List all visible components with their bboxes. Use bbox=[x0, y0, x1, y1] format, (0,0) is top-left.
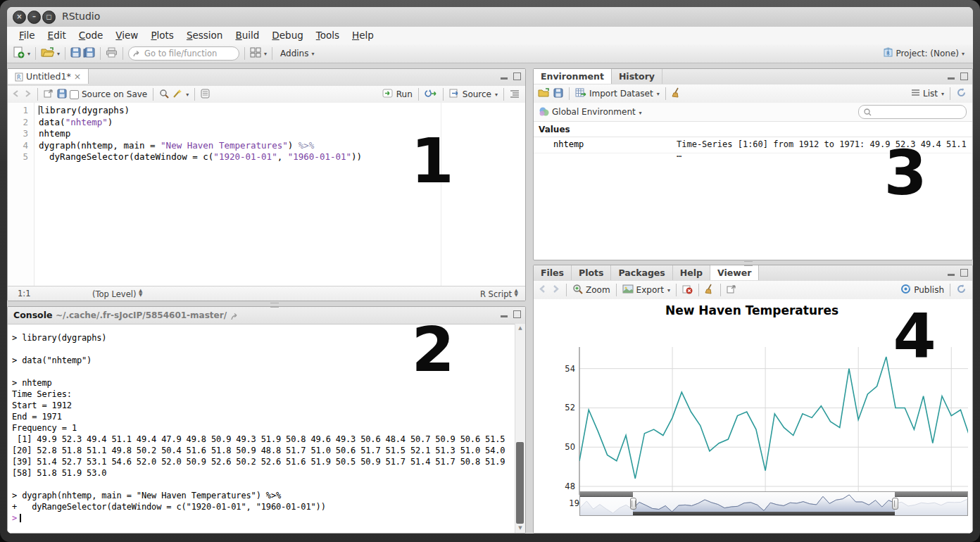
run-icon[interactable] bbox=[382, 89, 394, 100]
tab-files[interactable]: Files bbox=[534, 265, 572, 280]
maximize-pane-icon[interactable] bbox=[960, 269, 968, 277]
range-handle-right[interactable] bbox=[892, 498, 898, 510]
environment-search-input[interactable] bbox=[858, 105, 967, 119]
tab-viewer[interactable]: Viewer bbox=[710, 265, 759, 280]
addins-button[interactable]: Addins bbox=[277, 49, 308, 58]
import-dataset-caret[interactable]: ▾ bbox=[657, 91, 660, 97]
workspace-panes-icon[interactable] bbox=[250, 47, 261, 60]
tab-history[interactable]: History bbox=[612, 69, 662, 84]
save-all-icon[interactable] bbox=[83, 47, 95, 60]
open-in-new-window-icon[interactable] bbox=[727, 284, 737, 296]
forward-icon[interactable] bbox=[23, 89, 32, 100]
back-icon[interactable] bbox=[12, 89, 20, 100]
minimize-pane-icon[interactable] bbox=[948, 274, 955, 276]
source-caret[interactable]: ▾ bbox=[495, 92, 498, 98]
back-icon[interactable] bbox=[538, 284, 548, 296]
maximize-pane-icon[interactable] bbox=[513, 73, 521, 80]
print-icon[interactable] bbox=[106, 47, 118, 60]
open-file-caret[interactable]: ▾ bbox=[57, 51, 60, 57]
menu-file[interactable]: File bbox=[13, 27, 42, 41]
list-view-button[interactable]: List bbox=[923, 89, 938, 99]
zoom-button[interactable]: Zoom bbox=[586, 285, 610, 295]
window-maximize-button[interactable]: ◻ bbox=[42, 11, 56, 24]
source-on-save-checkbox[interactable] bbox=[70, 90, 79, 99]
menu-plots[interactable]: Plots bbox=[144, 27, 180, 41]
menu-edit[interactable]: Edit bbox=[42, 27, 73, 41]
list-view-icon[interactable] bbox=[911, 89, 920, 99]
new-file-caret[interactable]: ▾ bbox=[27, 51, 30, 57]
scope-selector[interactable]: (Top Level) ▲▼ bbox=[92, 289, 142, 299]
maximize-pane-icon[interactable] bbox=[513, 310, 521, 318]
range-handle-left[interactable] bbox=[630, 498, 636, 510]
menu-help[interactable]: Help bbox=[346, 27, 380, 41]
clear-viewer-icon[interactable] bbox=[682, 284, 693, 296]
open-in-new-window-icon[interactable] bbox=[44, 89, 54, 100]
save-icon[interactable] bbox=[70, 47, 81, 60]
window-minimize-button[interactable]: – bbox=[27, 11, 41, 24]
import-dataset-button[interactable]: Import Dataset bbox=[589, 89, 653, 99]
compile-report-icon[interactable] bbox=[201, 89, 210, 101]
code-tools-icon[interactable] bbox=[172, 89, 182, 101]
load-workspace-icon[interactable] bbox=[538, 88, 551, 100]
save-workspace-icon[interactable] bbox=[553, 88, 563, 100]
project-caret[interactable]: ▾ bbox=[962, 51, 965, 57]
menu-debug[interactable]: Debug bbox=[265, 27, 309, 41]
scrollbar-thumb[interactable] bbox=[516, 442, 524, 524]
document-outline-icon[interactable] bbox=[510, 89, 520, 100]
addins-caret[interactable]: ▾ bbox=[311, 51, 314, 57]
range-selector[interactable] bbox=[579, 491, 968, 516]
menu-session[interactable]: Session bbox=[180, 27, 230, 41]
minimize-pane-icon[interactable] bbox=[501, 77, 508, 80]
tab-environment[interactable]: Environment bbox=[534, 69, 612, 84]
import-dataset-icon[interactable] bbox=[575, 88, 586, 99]
goto-file-input[interactable]: Go to file/function bbox=[128, 46, 239, 61]
save-icon[interactable] bbox=[57, 89, 67, 101]
new-file-icon[interactable] bbox=[13, 46, 25, 61]
menu-build[interactable]: Build bbox=[229, 27, 265, 41]
window-close-button[interactable]: × bbox=[13, 11, 26, 24]
menu-tools[interactable]: Tools bbox=[310, 27, 346, 41]
scroll-up-icon[interactable]: ▲ bbox=[515, 324, 525, 333]
tab-plots[interactable]: Plots bbox=[572, 265, 611, 280]
clear-objects-broom-icon[interactable] bbox=[672, 87, 681, 100]
refresh-icon[interactable] bbox=[956, 284, 967, 296]
tab-close-icon[interactable]: × bbox=[74, 71, 81, 82]
menu-view[interactable]: View bbox=[109, 27, 144, 41]
forward-icon[interactable] bbox=[551, 284, 560, 296]
svg-text:R: R bbox=[886, 51, 890, 56]
clear-all-broom-icon[interactable] bbox=[705, 284, 715, 296]
source-icon[interactable] bbox=[449, 89, 460, 100]
tab-label: Untitled1* bbox=[26, 71, 71, 82]
console-scrollbar[interactable]: ▲ ▼ bbox=[515, 324, 525, 533]
panes-caret[interactable]: ▾ bbox=[264, 51, 267, 57]
open-file-icon[interactable] bbox=[41, 47, 54, 60]
tab-packages[interactable]: Packages bbox=[611, 265, 672, 280]
export-caret[interactable]: ▾ bbox=[667, 287, 670, 294]
code-tools-caret[interactable]: ▾ bbox=[186, 92, 189, 98]
console-line bbox=[12, 479, 515, 490]
scroll-down-icon[interactable]: ▼ bbox=[515, 524, 525, 533]
minimize-pane-icon[interactable] bbox=[501, 315, 508, 317]
menu-code[interactable]: Code bbox=[73, 27, 110, 41]
export-icon[interactable] bbox=[622, 284, 634, 296]
minimize-pane-icon[interactable] bbox=[948, 77, 955, 80]
console-goto-directory-icon[interactable] bbox=[230, 310, 240, 324]
find-replace-icon[interactable] bbox=[159, 89, 169, 101]
filetype-selector[interactable]: R Script ▲▼ bbox=[480, 289, 518, 299]
zoom-icon[interactable] bbox=[572, 284, 583, 296]
tab-help[interactable]: Help bbox=[673, 265, 710, 280]
publish-icon[interactable] bbox=[900, 284, 911, 296]
list-view-caret[interactable]: ▾ bbox=[941, 91, 944, 97]
tab-untitled1[interactable]: R Untitled1* × bbox=[8, 69, 89, 84]
source-button[interactable]: Source bbox=[463, 89, 491, 99]
horizontal-splitter-grip[interactable] bbox=[270, 303, 279, 308]
export-button[interactable]: Export bbox=[636, 285, 664, 295]
environment-scope-selector[interactable]: Global Environment ▾ bbox=[552, 107, 642, 117]
publish-button[interactable]: Publish bbox=[914, 285, 944, 295]
refresh-icon[interactable] bbox=[956, 87, 967, 100]
project-menu-button[interactable]: Project: (None) bbox=[896, 49, 959, 58]
run-button[interactable]: Run bbox=[396, 89, 413, 99]
maximize-pane-icon[interactable] bbox=[960, 73, 968, 80]
horizontal-splitter-grip[interactable] bbox=[744, 261, 753, 266]
rerun-icon[interactable] bbox=[425, 89, 437, 100]
